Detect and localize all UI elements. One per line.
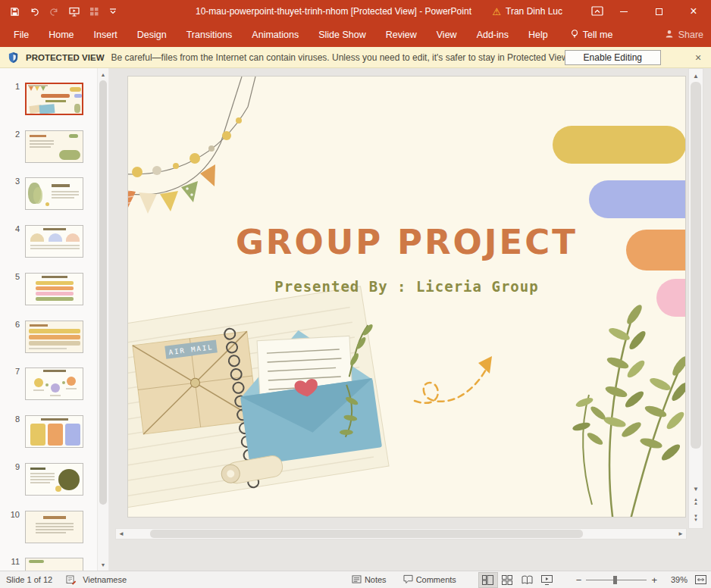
thumbnail-item-7: 7 [0, 367, 97, 402]
notes-icon [352, 575, 362, 585]
tab-design[interactable]: Design [127, 23, 177, 47]
thumb-art [39, 104, 55, 114]
slide-thumbnail-1[interactable] [25, 83, 83, 115]
slide-thumbnail-2[interactable] [25, 130, 83, 163]
zoom-slider-thumb[interactable] [613, 576, 617, 584]
notes-button[interactable]: Notes [352, 575, 387, 585]
thumb-art [33, 187, 42, 204]
print-preview-button[interactable] [89, 7, 99, 17]
view-switcher [479, 573, 556, 587]
redo-button[interactable] [49, 7, 59, 17]
thumbnail-item-9: 9 [0, 462, 97, 497]
horizontal-scrollbar[interactable]: ◄ ► [115, 528, 687, 540]
thumb-art [30, 140, 54, 142]
view-normal-button[interactable] [479, 573, 497, 587]
tab-review[interactable]: Review [376, 23, 427, 47]
comments-icon [403, 574, 413, 585]
scroll-right-button[interactable]: ► [675, 529, 686, 539]
slide-thumbnail-4[interactable] [25, 225, 83, 258]
previous-slide-button[interactable]: ▲▲ [689, 496, 703, 508]
thumbnail-panel-scrollbar[interactable]: ▲ ▼ [97, 68, 109, 571]
lightbulb-icon [570, 29, 579, 41]
thumb-art [49, 233, 62, 242]
thumb-art [55, 486, 61, 492]
thumb-art [36, 523, 74, 524]
thumb-art [36, 286, 74, 290]
tab-file[interactable]: File [4, 23, 39, 47]
customize-qat-button[interactable] [109, 8, 117, 15]
tab-animations[interactable]: Animations [242, 23, 309, 47]
slide-thumbnail-5[interactable] [25, 273, 83, 305]
undo-button[interactable] [30, 7, 39, 17]
thumb-art [33, 389, 44, 391]
slide-thumbnail-10[interactable] [25, 511, 83, 543]
thumb-art [48, 424, 63, 446]
close-icon: × [690, 5, 697, 18]
share-button[interactable]: Share [664, 29, 703, 42]
scrollbar-thumb[interactable] [691, 82, 701, 449]
thumb-art [62, 381, 65, 384]
slide-thumbnail-11[interactable] [25, 558, 83, 571]
tab-slide-show[interactable]: Slide Show [309, 23, 376, 47]
close-button[interactable]: × [676, 0, 711, 23]
message-bar-close-button[interactable]: × [689, 48, 707, 67]
view-slide-sorter-button[interactable] [499, 573, 517, 587]
slide-artwork: AIR MAIL [128, 77, 686, 518]
slide-thumbnail-9[interactable] [25, 463, 83, 496]
maximize-button[interactable] [641, 0, 676, 23]
slide-number: 3 [5, 177, 20, 186]
thumb-art [66, 388, 77, 389]
message-bar: PROTECTED VIEW Be careful—files from the… [0, 47, 711, 68]
save-button[interactable] [10, 7, 20, 17]
vertical-scrollbar[interactable]: ▲ ▼ ▲▲ ▼▼ [688, 68, 703, 529]
slide-number: 11 [5, 557, 20, 566]
zoom-slider[interactable] [586, 575, 647, 585]
thumb-art [28, 85, 48, 86]
tab-add-ins[interactable]: Add-ins [467, 23, 518, 47]
slide-thumbnail-8[interactable] [25, 415, 83, 448]
thumb-art [30, 143, 54, 145]
tab-transitions[interactable]: Transitions [177, 23, 243, 47]
scroll-up-button[interactable]: ▲ [98, 69, 108, 80]
slide-canvas[interactable]: AIR MAIL [127, 76, 686, 518]
scroll-down-button[interactable]: ▼ [98, 559, 108, 570]
tab-view[interactable]: View [427, 23, 467, 47]
scroll-left-button[interactable]: ◄ [116, 529, 127, 539]
start-slideshow-button[interactable] [69, 7, 80, 17]
tab-home[interactable]: Home [39, 23, 83, 47]
scrollbar-thumb[interactable] [99, 80, 107, 505]
enable-editing-button[interactable]: Enable Editing [565, 50, 661, 65]
fit-slide-to-window-button[interactable] [695, 575, 706, 584]
slide-thumbnail-7[interactable] [25, 368, 83, 400]
account-info[interactable]: ⚠ Tran Dinh Luc [492, 6, 562, 17]
slide-thumbnail-6[interactable] [25, 321, 83, 353]
scroll-down-button[interactable]: ▼ [689, 483, 703, 495]
slide-number: 8 [5, 414, 20, 424]
warning-icon: ⚠ [492, 7, 501, 17]
view-reading-button[interactable] [518, 573, 537, 587]
thumbnail-item-6: 6 [0, 320, 97, 355]
zoom-level[interactable]: 39% [663, 575, 688, 584]
thumb-art [30, 324, 48, 327]
zoom-in-button[interactable]: + [651, 574, 657, 586]
zoom-out-button[interactable]: − [576, 574, 582, 586]
ribbon-display-options-button[interactable] [591, 6, 603, 17]
thumb-art [30, 424, 45, 446]
thumb-art [30, 468, 45, 470]
tab-help[interactable]: Help [518, 23, 558, 47]
language-button[interactable]: Vietnamese [83, 575, 127, 584]
minimize-button[interactable] [606, 0, 641, 23]
view-slideshow-button[interactable] [538, 573, 556, 587]
tell-me-button[interactable]: Tell me [570, 29, 613, 41]
scrollbar-thumb[interactable] [150, 530, 583, 538]
chevron-down-icon: ▼ [694, 518, 698, 522]
dashed-arrow-doodle [415, 356, 492, 403]
slide-thumbnail-3[interactable] [25, 177, 83, 210]
comments-button[interactable]: Comments [403, 574, 456, 585]
proofing-icon[interactable] [66, 575, 77, 585]
slide-number: 5 [5, 272, 20, 281]
next-slide-button[interactable]: ▼▼ [689, 512, 703, 524]
thumbnail-item-5: 5 [0, 272, 97, 307]
scroll-up-button[interactable]: ▲ [689, 70, 703, 82]
tab-insert[interactable]: Insert [84, 23, 127, 47]
